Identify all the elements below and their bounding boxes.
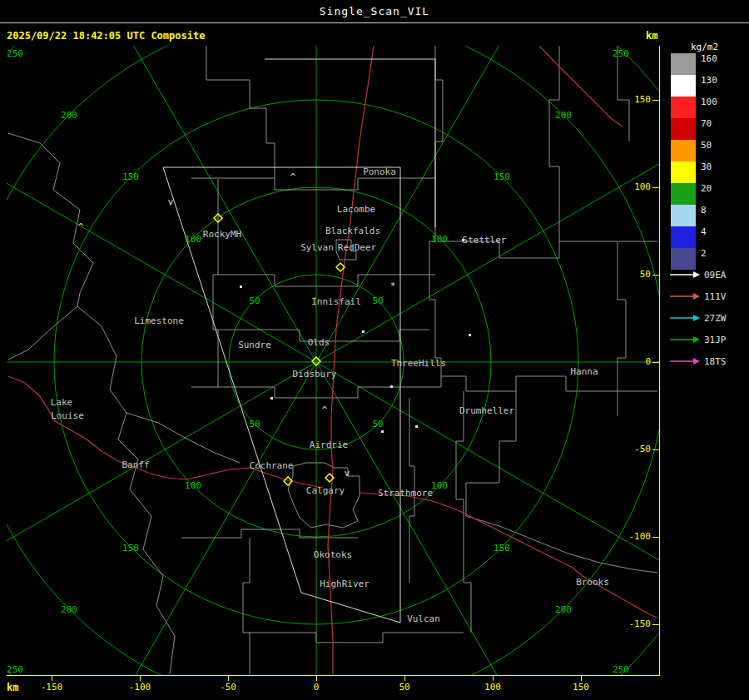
- scan-sector-outline: [163, 167, 400, 623]
- right-axis: 150100500-50-100-150: [0, 0, 749, 700]
- range-label: 250: [7, 48, 23, 59]
- city-label-stettler: Stettler: [463, 235, 507, 246]
- right-axis-tick: [652, 624, 659, 625]
- range-label: 150: [494, 543, 510, 554]
- colorbar-swatch: [671, 53, 696, 75]
- scan-sector-outlines: [163, 59, 435, 623]
- title-divider: [0, 22, 749, 23]
- storm-track-arrow-icon: [669, 335, 701, 345]
- county-boundary: [213, 179, 218, 387]
- colorbar-value-label: 100: [701, 97, 739, 108]
- window-title: Single_Scan_VIL: [0, 5, 749, 17]
- city-label-lake: Lake: [51, 397, 73, 408]
- storm-track-row: 111V: [669, 291, 747, 302]
- city-labels: PonokaLacombeBlackfaldsSylvanRedDeerStet…: [0, 0, 749, 700]
- radar-site-diamond-icon: [325, 474, 334, 482]
- county-boundary: [191, 178, 435, 190]
- county-boundary: [250, 633, 464, 643]
- colorbar-value-label: 160: [701, 53, 739, 65]
- caret-marker-icon: ^: [78, 221, 84, 232]
- county-boundary: [288, 463, 360, 528]
- city-label-olds: Olds: [308, 337, 330, 348]
- county-boundary: [218, 275, 435, 286]
- city-label-airdrie: Airdrie: [310, 439, 348, 450]
- range-ring: [54, 100, 578, 624]
- range-label: 150: [122, 171, 139, 182]
- county-boundary: [466, 391, 516, 516]
- site-markers: *^^^vv: [78, 171, 471, 485]
- range-ring: [141, 187, 491, 537]
- radar-site-diamond-icon: [336, 263, 345, 271]
- right-axis-tick-label: 100: [618, 181, 651, 192]
- town-dot-icon: [270, 397, 273, 400]
- county-boundary: [8, 133, 93, 360]
- bottom-axis-tick: [228, 676, 229, 681]
- range-ring: [0, 0, 749, 700]
- city-label-banff: Banff: [122, 459, 149, 470]
- radar-site-diamond-icon: [312, 357, 320, 365]
- county-boundary: [243, 538, 250, 674]
- bottom-axis-tick-label: 150: [563, 682, 599, 693]
- county-boundary: [429, 178, 441, 387]
- city-label-hanna: Hanna: [570, 366, 598, 377]
- storm-track-arrow-icon: [669, 313, 701, 324]
- colorbar-swatch: [671, 183, 696, 205]
- range-label: 250: [613, 48, 629, 59]
- colorbar-swatch: [671, 97, 696, 118]
- city-label-sylvan: Sylvan: [300, 242, 334, 253]
- radar-map: *^^^vv: [0, 0, 749, 700]
- azimuth-spoke: [92, 362, 316, 700]
- radar-site-diamond-icon: [214, 214, 222, 222]
- bottom-axis-tick-label: 100: [474, 682, 511, 693]
- city-label-innisfail: Innisfail: [311, 296, 361, 307]
- city-label-vulcan: Vulcan: [407, 613, 440, 624]
- county-boundary: [181, 529, 358, 538]
- highway: [328, 46, 374, 674]
- colorbar-swatch: [671, 248, 696, 270]
- county-boundary: [466, 516, 657, 573]
- bottom-axis-tick: [140, 676, 141, 681]
- caret-marker-icon: ^: [322, 405, 328, 415]
- city-label-highriver: HighRiver: [320, 578, 370, 589]
- city-label-sundre: Sundre: [238, 340, 271, 350]
- colorbar-swatch: [671, 118, 696, 140]
- range-label: 50: [249, 295, 260, 306]
- right-axis-tick: [652, 362, 659, 363]
- storm-track-row: 31JP: [669, 335, 747, 345]
- bottom-axis-tick-label: -150: [33, 682, 70, 693]
- range-label: 200: [61, 604, 77, 615]
- county-boundary: [77, 306, 175, 674]
- range-label: 200: [555, 604, 572, 615]
- county-boundary: [435, 46, 443, 178]
- right-axis-tick-label: 150: [618, 94, 651, 105]
- track-id-label: 18TS: [704, 356, 727, 367]
- bottom-axis-tick-label: 50: [386, 682, 423, 693]
- colorbar-value-label: 130: [701, 75, 739, 87]
- highway: [539, 46, 623, 127]
- right-axis-tick-label: -150: [618, 618, 651, 629]
- right-axis-tick-label: 0: [618, 356, 651, 367]
- storm-track-arrow-icon: [669, 356, 701, 367]
- storm-track-row: 09EA: [669, 270, 747, 280]
- range-label: 50: [249, 419, 260, 429]
- town-dot-icon: [390, 385, 393, 388]
- town-dot-icon: [462, 239, 464, 241]
- town-dot-icon: [415, 425, 418, 428]
- right-axis-tick: [652, 275, 659, 276]
- azimuth-spoke: [316, 362, 541, 700]
- colorbar-value-label: 70: [701, 118, 739, 130]
- colorbar-value-label: 50: [701, 140, 739, 151]
- range-ring-labels: 5050505010010010010015015015015020020020…: [0, 0, 749, 700]
- bottom-axis-tick: [404, 676, 405, 681]
- range-label: 100: [431, 234, 448, 245]
- right-axis-tick: [652, 537, 659, 538]
- range-ring: [229, 275, 404, 449]
- colorbar-value-label: 4: [701, 226, 739, 238]
- track-id-label: 27ZW: [704, 313, 727, 324]
- city-label-rockymh: RockyMH: [203, 229, 241, 240]
- county-boundary: [409, 398, 414, 583]
- county-boundary: [549, 46, 559, 241]
- city-label-blackfalds: Blackfalds: [325, 226, 380, 236]
- bottom-axis-tick: [493, 676, 494, 681]
- city-label-limestone: Limestone: [134, 315, 184, 326]
